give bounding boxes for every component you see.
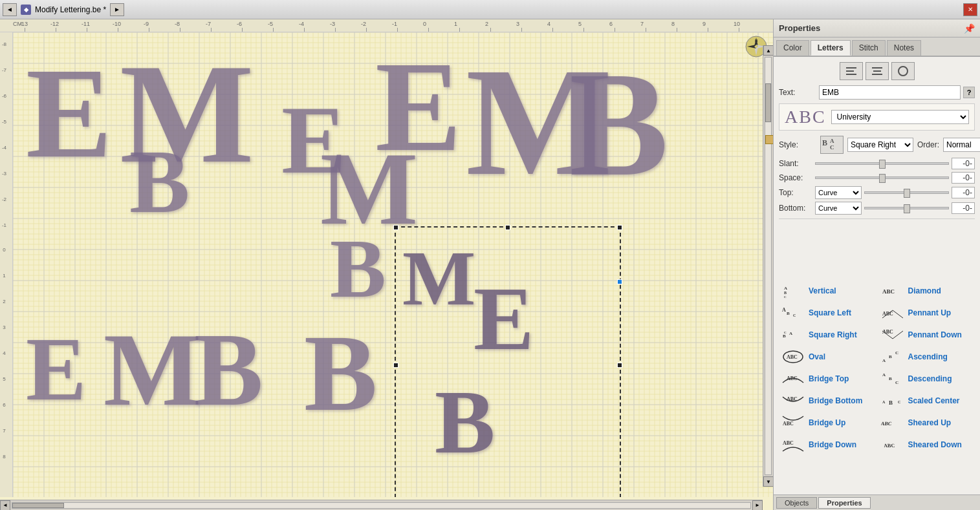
layout-icon-sheared-down: ABC — [881, 437, 904, 452]
top-thumb[interactable] — [904, 189, 910, 198]
handle-tm[interactable] — [505, 225, 510, 230]
canvas-content[interactable]: E M B E M B E M B E M B B — [13, 32, 773, 497]
top-track[interactable] — [864, 191, 949, 194]
layout-item-sheared-down[interactable]: ABCSheared Down — [878, 435, 975, 454]
bottom-type-select[interactable]: Curve Line Arc — [815, 202, 862, 215]
ruler-mark-v: -3 — [2, 171, 6, 176]
ruler-mark: -3 — [330, 21, 335, 27]
layout-item-pennant-up[interactable]: ABCPennant Up — [878, 303, 975, 323]
justify-left-btn[interactable] — [840, 62, 863, 80]
slant-thumb[interactable] — [879, 160, 886, 169]
top-value: -0- — [952, 187, 975, 198]
ruler-mark: -13 — [19, 21, 28, 27]
layout-item-vertical[interactable]: ABCVertical — [779, 281, 876, 301]
help-button[interactable]: ? — [963, 87, 975, 98]
layout-item-bridge-down[interactable]: ABCBridge Down — [779, 435, 876, 454]
tab-stitch[interactable]: Stitch — [852, 40, 886, 56]
layout-item-scaled-center[interactable]: ABCScaled Center — [878, 391, 975, 410]
nav-right-btn[interactable]: ► — [110, 3, 124, 16]
scroll-down-btn[interactable]: ▼ — [763, 476, 773, 487]
top-type-select[interactable]: Curve Line Arc — [815, 186, 862, 199]
close-button[interactable]: ✕ — [963, 3, 977, 16]
nav-left-btn[interactable]: ◄ — [3, 3, 17, 16]
scrollbar-vertical[interactable]: ▲ ▼ — [763, 45, 773, 487]
ruler-left: -8-7-6-5-4-3-2-1012345678 — [0, 32, 13, 497]
justify-center-btn[interactable] — [866, 62, 889, 80]
font-name-select[interactable]: University Arial Times New Roman — [831, 110, 969, 124]
tab-color[interactable]: Color — [776, 40, 809, 56]
layout-item-square-left[interactable]: ABCSquare Left — [779, 303, 876, 323]
scroll-knob[interactable] — [765, 135, 773, 144]
ruler-mark: 4 — [547, 21, 550, 27]
svg-text:B: B — [787, 311, 790, 316]
svg-text:B: B — [889, 399, 893, 406]
layout-item-bridge-bottom[interactable]: ABCBridge Bottom — [779, 391, 876, 410]
bottom-thumb[interactable] — [904, 204, 910, 213]
layout-item-diamond[interactable]: ABCDiamond — [878, 281, 975, 301]
svg-text:B: B — [889, 354, 892, 359]
layout-icon-bridge-top: ABC — [781, 371, 805, 387]
order-select[interactable]: Normal Reversed — [943, 138, 980, 152]
layout-item-sheared-up[interactable]: ABCSheared Up — [878, 413, 975, 432]
slant-track[interactable] — [815, 162, 949, 165]
layout-item-bridge-top[interactable]: ABCBridge Top — [779, 369, 876, 388]
app-icon: ◆ — [21, 5, 31, 15]
layout-item-square-right[interactable]: BACSquare Right — [779, 325, 876, 345]
layout-item-descending[interactable]: ABCDescending — [878, 369, 975, 388]
scroll-thumb-h[interactable] — [12, 503, 64, 508]
handle-ml[interactable] — [393, 363, 398, 368]
tab-letters[interactable]: Letters — [811, 40, 851, 56]
svg-text:A: A — [830, 138, 834, 144]
handle-curve[interactable] — [617, 279, 622, 284]
ruler-mark: 10 — [734, 21, 740, 27]
layout-grid: ABCVerticalABCDiamondABCSquare LeftABCPe… — [779, 281, 975, 454]
justify-circle-btn[interactable] — [891, 62, 915, 80]
ruler-mark-v: -1 — [2, 222, 6, 228]
svg-point-12 — [898, 67, 908, 76]
letter-B-3: B — [569, 39, 668, 210]
space-label: Space: — [779, 173, 812, 182]
scroll-right-btn[interactable]: ► — [752, 500, 763, 511]
space-row: Space: -0- — [779, 172, 975, 184]
top-label: Top: — [779, 188, 812, 197]
selection-box: M E B — [395, 226, 621, 497]
layout-item-oval[interactable]: ABCOval — [779, 347, 876, 367]
tab-notes[interactable]: Notes — [887, 40, 921, 56]
layout-icon-sheared-up: ABC — [881, 415, 904, 430]
svg-text:C: C — [793, 313, 796, 317]
layout-name-square-left: Square Left — [809, 308, 851, 317]
layout-item-ascending[interactable]: ABCAscending — [878, 347, 975, 367]
canvas-area[interactable]: CM -13-12-11-10-9-8-7-6-5-4-3-2-10123456… — [0, 19, 773, 510]
layout-item-bridge-up[interactable]: ABCBridge Up — [779, 413, 876, 432]
ruler-mark-v: 1 — [3, 273, 5, 279]
handle-tl[interactable] — [393, 225, 398, 230]
scroll-up-btn[interactable]: ▲ — [763, 45, 773, 56]
style-select[interactable]: Square Right Square Left Vertical Oval D… — [847, 138, 913, 152]
text-label: Text: — [779, 88, 816, 97]
pin-icon[interactable]: 📌 — [964, 23, 975, 34]
layout-item-pennant-down[interactable]: ABCPennant Down — [878, 325, 975, 345]
scrollbar-horizontal[interactable]: ◄ ► — [0, 500, 763, 510]
scroll-left-btn[interactable]: ◄ — [0, 500, 10, 511]
bottom-track[interactable] — [864, 207, 949, 209]
layout-name-scaled-center: Scaled Center — [908, 396, 960, 405]
scroll-track-v[interactable] — [765, 57, 772, 475]
svg-text:A: A — [782, 307, 786, 313]
ruler-mark: -1 — [392, 21, 397, 27]
layout-icon-vertical: ABC — [781, 283, 805, 299]
layout-name-diamond: Diamond — [908, 286, 941, 295]
space-thumb[interactable] — [879, 174, 886, 183]
handle-mr[interactable] — [617, 363, 622, 368]
tab-objects[interactable]: Objects — [776, 497, 817, 509]
text-row: Text: ? — [779, 85, 975, 100]
space-value: -0- — [952, 172, 975, 184]
handle-tr[interactable] — [617, 225, 622, 230]
text-input[interactable] — [819, 85, 961, 100]
ruler-mark: 8 — [671, 21, 675, 27]
scroll-track-h[interactable] — [12, 502, 751, 509]
layout-icon-bridge-down: ABC — [781, 437, 805, 452]
layout-name-pennant-up: Pennant Up — [908, 308, 952, 317]
tab-properties[interactable]: Properties — [818, 497, 870, 509]
space-track[interactable] — [815, 176, 949, 179]
scroll-thumb-v[interactable] — [765, 83, 771, 122]
